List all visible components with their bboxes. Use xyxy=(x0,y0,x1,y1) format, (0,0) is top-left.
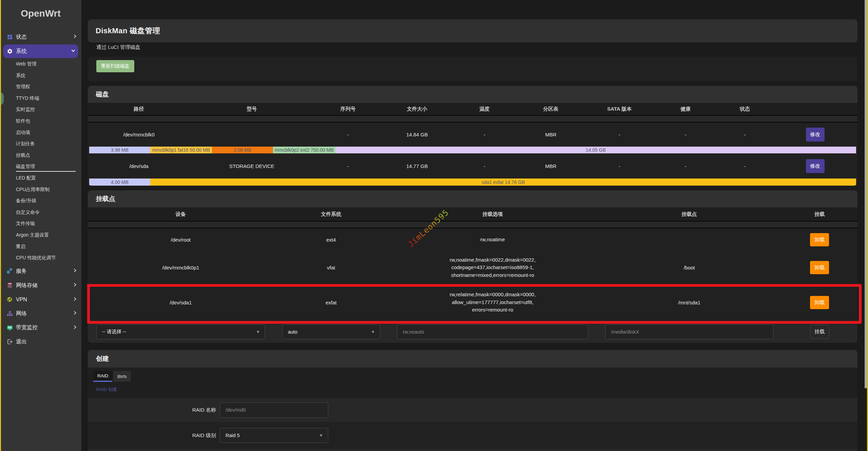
submenu-item-argon-theme[interactable]: Argon 主题设置 xyxy=(0,229,81,241)
mount-actions: 卸载 xyxy=(782,296,857,309)
chevron-right-icon xyxy=(73,325,77,331)
mount-filesystem: ext4 xyxy=(274,237,389,243)
select-caret-icon: ▼ xyxy=(319,433,323,438)
submenu-item-led-config[interactable]: LED 配置 xyxy=(0,172,81,184)
sidebar-item-label: VPN xyxy=(16,297,73,303)
raid-name-label: RAID 名称 xyxy=(88,407,220,413)
raid-form: RAID 名称 RAID 级别 Raid 5 ▼ xyxy=(88,398,857,451)
modify-disk-button[interactable]: 修改 xyxy=(806,159,825,173)
disk-status: - xyxy=(717,132,773,137)
openwrt-logo: OpenWrt xyxy=(0,0,81,30)
screen-edge-left xyxy=(0,0,1,451)
rescan-section: 重新扫描磁盘 xyxy=(88,57,857,81)
disk-actions: 修改 xyxy=(773,159,857,173)
sidebar-item-system[interactable]: 系统 xyxy=(3,44,78,58)
column-header-size: 文件大小 xyxy=(382,106,452,112)
filesystem-select[interactable]: auto ▼ xyxy=(282,324,380,339)
submenu-item-realtime-monitor[interactable]: 实时监控 xyxy=(0,104,81,115)
raid-name-input[interactable] xyxy=(220,402,328,418)
raid-name-row: RAID 名称 xyxy=(88,398,857,422)
modify-disk-button[interactable]: 修改 xyxy=(806,128,825,142)
raid-level-row: RAID 级别 Raid 5 ▼ xyxy=(88,422,857,449)
disk-serial: - xyxy=(314,163,382,169)
column-header-serial: 序列号 xyxy=(314,106,382,112)
submenu-item-packages[interactable]: 软件包 xyxy=(0,115,81,127)
raid-name-control xyxy=(220,402,328,418)
mount-device: /dev/mmcblk0p1 xyxy=(88,265,274,270)
submenu-item-startup[interactable]: 启动项 xyxy=(0,127,81,138)
mount-point-input[interactable] xyxy=(605,324,773,339)
partition-segment: mmcblk0p2 ext2 750.00 MB xyxy=(273,147,335,153)
mount-device: /dev/sda1 xyxy=(88,300,274,305)
partition-segment: 4.00 MB xyxy=(89,178,150,186)
sidebar-item-vpn[interactable]: VPN xyxy=(0,293,81,307)
sidebar: OpenWrt 状态 系统 xyxy=(0,0,81,451)
bandwidth-monitor-icon xyxy=(7,325,13,331)
unmount-button[interactable]: 卸载 xyxy=(810,296,829,309)
raid-level-select[interactable]: Raid 5 ▼ xyxy=(220,428,328,443)
mount-points-section-title: 挂载点 xyxy=(88,190,857,207)
sidebar-item-logout[interactable]: 退出 xyxy=(0,335,81,349)
unmount-button[interactable]: 卸载 xyxy=(810,233,829,246)
column-header-path: 路径 xyxy=(88,106,190,112)
sidebar-item-network[interactable]: 网络 xyxy=(0,306,81,321)
sidebar-nav: 状态 系统 Web 管理 系统 管理权 TTYD 终端 实时监控 xyxy=(0,30,81,349)
tab-raid[interactable]: RAID xyxy=(93,371,112,382)
raid-level-label: RAID 级别 xyxy=(88,432,220,439)
submenu-item-scheduled-tasks[interactable]: 计划任务 xyxy=(0,138,81,150)
mounts-table-header: 设备 文件系统 挂载选项 挂载点 挂载 xyxy=(88,207,857,222)
sidebar-item-label: 带宽监控 xyxy=(16,324,73,331)
sidebar-item-network-storage[interactable]: 网络存储 xyxy=(0,278,81,293)
submenu-item-system[interactable]: 系统 xyxy=(0,70,81,81)
mount-form-mountpoint-cell xyxy=(597,324,782,339)
storage-database-icon xyxy=(7,282,13,288)
partition-segment: 3.98 MB xyxy=(89,147,150,153)
device-select[interactable]: -- 请选择 -- ▼ xyxy=(96,324,265,339)
disk-actions: 修改 xyxy=(773,128,857,142)
tab-btrfs[interactable]: Btrfs xyxy=(113,371,131,382)
submenu-item-web-admin[interactable]: Web 管理 xyxy=(0,58,81,70)
submenu-item-admin-rights[interactable]: 管理权 xyxy=(0,81,81,93)
unmount-button[interactable]: 卸载 xyxy=(810,261,829,274)
disk-serial: - xyxy=(314,132,382,137)
submenu-item-reboot[interactable]: 重启 xyxy=(0,241,81,252)
mount-button[interactable]: 挂载 xyxy=(810,325,829,339)
column-header-model: 型号 xyxy=(190,106,314,112)
sidebar-item-label: 网络存储 xyxy=(16,282,73,289)
mount-actions: 卸载 xyxy=(782,261,857,274)
disk-temp: - xyxy=(452,163,517,169)
submenu-item-file-transfer[interactable]: 文件传输 xyxy=(0,218,81,229)
mount-options-input[interactable] xyxy=(397,324,588,339)
submenu-item-mount-points[interactable]: 挂载点 xyxy=(0,150,81,161)
disk-model: STORAGE DEVICE xyxy=(190,163,314,169)
mount-options: rw,noatime,fmask=0022,dmask=0022, codepa… xyxy=(389,256,597,279)
mount-form-row: -- 请选择 -- ▼ auto ▼ xyxy=(88,321,857,343)
submenu-item-custom-commands[interactable]: 自定义命令 xyxy=(0,207,81,218)
column-header-mount-options: 挂载选项 xyxy=(389,211,597,218)
submenu-item-disk-management[interactable]: 磁盘管理 xyxy=(0,161,81,172)
openwrt-logo-text: OpenWrt xyxy=(21,8,61,19)
sidebar-item-services[interactable]: 服务 xyxy=(0,264,81,279)
sidebar-item-label: 退出 xyxy=(16,338,77,345)
disk-sata-version: - xyxy=(584,163,654,169)
column-header-mount-point: 挂载点 xyxy=(597,211,782,218)
submenu-item-cpu-limit[interactable]: CPU占用率限制 xyxy=(0,184,81,195)
raid-create-subtitle: RAID 创建 xyxy=(96,387,857,394)
vertical-scrollbar[interactable] xyxy=(865,0,867,388)
submenu-item-cpu-tuning[interactable]: CPU 性能优化调节 xyxy=(0,252,81,264)
raid-next-row xyxy=(88,449,857,451)
sidebar-item-label: 服务 xyxy=(16,268,73,275)
mount-point: /boot xyxy=(597,265,782,270)
chevron-right-icon xyxy=(73,297,77,303)
mount-row-sda1: /dev/sda1 exfat rw,relatime,fmask=0000,d… xyxy=(88,284,857,321)
rescan-disks-button[interactable]: 重新扫描磁盘 xyxy=(96,60,134,72)
column-header-status: 状态 xyxy=(717,106,773,112)
disk-health: - xyxy=(654,163,716,169)
submenu-item-backup-upgrade[interactable]: 备份/升级 xyxy=(0,195,81,207)
mount-options: rw,noatime xyxy=(389,236,597,244)
sidebar-item-bandwidth-monitor[interactable]: 带宽监控 xyxy=(0,321,81,335)
submenu-item-ttyd[interactable]: TTYD 终端 xyxy=(0,93,81,104)
sidebar-item-status[interactable]: 状态 xyxy=(0,30,81,44)
dashboard-icon xyxy=(7,34,13,40)
disk-path: /dev/sda xyxy=(88,163,190,169)
